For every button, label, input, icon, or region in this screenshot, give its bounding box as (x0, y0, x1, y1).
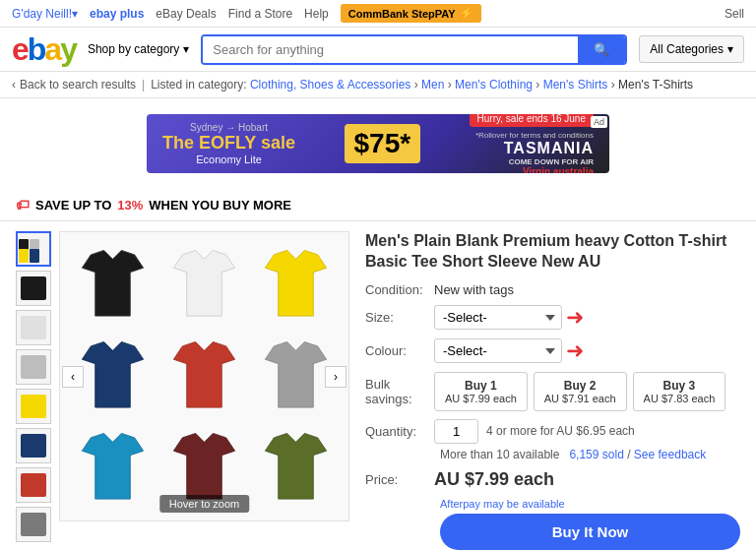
main-content: ‹ (0, 221, 756, 550)
bulk-boxes: Buy 1 AU $7.99 each Buy 2 AU $7.91 each … (434, 372, 725, 411)
ad-price: $75* (335, 124, 431, 163)
save-percent: 13% (117, 198, 143, 213)
bulk-box-1: Buy 1 AU $7.99 each (434, 372, 528, 411)
save-banner: 🏷 SAVE UP TO 13% WHEN YOU BUY MORE (0, 189, 756, 221)
shirt-white (159, 240, 249, 330)
breadcrumb-link-mens-clothing[interactable]: Men's Clothing (455, 78, 533, 92)
all-categories-dropdown[interactable]: All Categories ▾ (639, 35, 744, 63)
thumbnail-5[interactable] (16, 389, 51, 424)
svg-marker-14 (82, 341, 143, 407)
quantity-row: Quantity: 4 or more for AU $6.95 each (365, 419, 740, 444)
ad-label: Ad (591, 116, 607, 128)
svg-rect-3 (30, 249, 39, 263)
svg-rect-4 (21, 276, 46, 300)
thumbnail-6[interactable] (16, 428, 51, 463)
breadcrumb: ‹ Back to search results | Listed in cat… (0, 72, 756, 98)
hover-zoom-label: Hover to zoom (159, 495, 250, 513)
image-nav-right[interactable]: › (325, 366, 346, 388)
shirt-black (68, 240, 158, 330)
condition-value: New with tags (434, 282, 514, 297)
thumbnail-1[interactable] (16, 231, 51, 267)
search-button[interactable]: 🔍 (578, 36, 625, 63)
size-select[interactable]: -Select- SMLXL2XL3XL (434, 305, 562, 330)
shop-by-category[interactable]: Shop by category ▾ (88, 42, 189, 56)
thumbnail-7[interactable] (16, 467, 51, 503)
ad-right: Hurry, sale ends 16 June *Rollover for t… (470, 114, 594, 173)
header: ebay Shop by category ▾ 🔍 All Categories… (0, 28, 756, 72)
thumbnail-4[interactable] (16, 349, 51, 385)
svg-rect-10 (21, 513, 46, 536)
svg-rect-9 (21, 473, 46, 497)
ad-banner[interactable]: Sydney → Hobart The EOFLY sale Economy L… (147, 114, 609, 173)
svg-marker-11 (82, 250, 143, 316)
bulk-box-2: Buy 2 AU $7.91 each (534, 372, 627, 411)
svg-marker-13 (265, 250, 326, 316)
ebay-deals-link[interactable]: eBay Deals (156, 7, 216, 21)
quantity-input[interactable] (434, 419, 478, 444)
product-details: Men's Plain Blank Premium heavy Cotton T… (365, 231, 740, 550)
thumbnail-3[interactable] (16, 310, 51, 345)
search-bar: 🔍 (201, 34, 627, 65)
svg-rect-7 (21, 395, 46, 418)
bulk-savings-row: Bulk savings: Buy 1 AU $7.99 each Buy 2 … (365, 372, 740, 411)
chevron-down-icon: ▾ (183, 42, 189, 56)
back-to-search[interactable]: ‹ Back to search results (12, 78, 136, 92)
tag-icon: 🏷 (16, 197, 30, 213)
svg-marker-12 (173, 250, 234, 316)
see-feedback-link[interactable]: See feedback (634, 448, 706, 461)
bulk-box-3: Buy 3 AU $7.83 each (633, 372, 726, 411)
thumbnail-list (16, 231, 53, 550)
greeting-text: G'day Neill! (12, 7, 72, 21)
ebayplus-label: ebay plus (90, 7, 144, 21)
top-bar: G'day Neill!▾ ebay plus eBay Deals Find … (0, 0, 756, 28)
sold-count[interactable]: 6,159 sold (569, 448, 623, 461)
search-input[interactable] (203, 36, 578, 63)
top-bar-left: G'day Neill!▾ ebay plus eBay Deals Find … (12, 4, 481, 23)
thumbnail-8[interactable] (16, 507, 51, 542)
svg-marker-15 (173, 341, 234, 407)
svg-marker-17 (82, 433, 143, 499)
ad-left: Sydney → Hobart The EOFLY sale Economy L… (162, 122, 295, 165)
condition-row: Condition: New with tags (365, 282, 740, 297)
commbank-button[interactable]: CommBank StepPAY ⚡ (341, 4, 481, 23)
breadcrumb-current: Men's T-Shirts (618, 78, 693, 92)
red-arrow-colour: ➜ (566, 338, 584, 364)
ebay-logo[interactable]: ebay (12, 33, 76, 65)
find-store-link[interactable]: Find a Store (228, 7, 292, 21)
sell-link[interactable]: Sell (724, 7, 744, 21)
thumbnail-2[interactable] (16, 271, 51, 306)
shirt-yellow (251, 240, 341, 330)
chevron-down-icon: ▾ (727, 42, 733, 56)
price-row: Price: AU $7.99 each (365, 469, 740, 490)
svg-rect-8 (21, 434, 46, 458)
image-gallery: ‹ (16, 231, 349, 550)
action-buttons: Buy It Now Add to cart ♡ Add to Watchlis… (440, 514, 740, 550)
availability: More than 10 available 6,159 sold / See … (440, 448, 740, 461)
svg-rect-2 (19, 249, 29, 263)
quantity-note: 4 or more for AU $6.95 each (486, 424, 635, 438)
svg-marker-19 (265, 433, 326, 499)
colour-select[interactable]: -Select- BlackWhiteGreyYellowNavyRedBlue (434, 338, 562, 363)
breadcrumb-link-men[interactable]: Men (421, 78, 444, 92)
size-row: Size: -Select- SMLXL2XL3XL ➜ (365, 305, 740, 331)
shirt-olive (251, 423, 341, 513)
main-image[interactable]: ‹ (59, 231, 349, 521)
svg-marker-18 (173, 433, 234, 499)
ad-container: Sydney → Hobart The EOFLY sale Economy L… (0, 98, 756, 189)
afterpay-text: Afterpay may be available (440, 498, 740, 510)
shirt-blue (68, 423, 158, 513)
breadcrumb-link-mens-shirts[interactable]: Men's Shirts (543, 78, 608, 92)
buy-it-now-button[interactable]: Buy It Now (440, 514, 740, 550)
red-arrow-size: ➜ (566, 305, 584, 331)
search-icon: 🔍 (594, 42, 609, 57)
price-value: AU $7.99 each (434, 469, 554, 490)
greeting[interactable]: G'day Neill!▾ (12, 7, 78, 21)
shirt-red (159, 332, 249, 421)
colour-row: Colour: -Select- BlackWhiteGreyYellowNav… (365, 338, 740, 364)
svg-marker-16 (265, 341, 326, 407)
help-link[interactable]: Help (304, 7, 329, 21)
breadcrumb-link-clothing[interactable]: Clothing, Shoes & Accessories (250, 78, 410, 92)
product-title: Men's Plain Blank Premium heavy Cotton T… (365, 231, 740, 273)
image-nav-left[interactable]: ‹ (62, 366, 84, 388)
breadcrumb-categories: Listed in category: Clothing, Shoes & Ac… (151, 78, 693, 92)
